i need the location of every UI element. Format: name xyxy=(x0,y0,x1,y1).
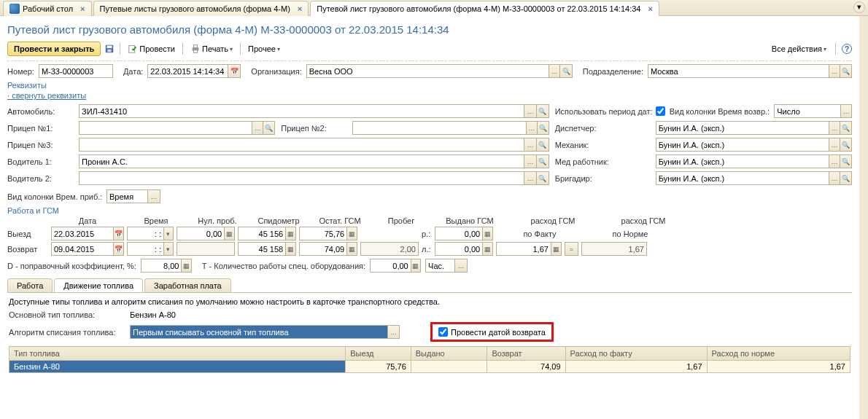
post-button[interactable]: Провести xyxy=(125,42,178,55)
open-icon[interactable]: 🔍 xyxy=(840,171,852,185)
table-row[interactable]: Бензин А-80 75,76 74,09 1,67 1,67 xyxy=(9,361,850,373)
open-icon[interactable]: 🔍 xyxy=(560,64,572,78)
open-icon[interactable]: 🔍 xyxy=(537,138,549,152)
col-type[interactable]: Тип топлива xyxy=(9,347,346,361)
select-icon[interactable]: … xyxy=(524,154,536,168)
date-input[interactable] xyxy=(147,64,228,78)
open-icon[interactable]: 🔍 xyxy=(537,154,549,168)
all-actions-button[interactable]: Все действия xyxy=(769,43,829,55)
mechanic-input[interactable] xyxy=(656,138,829,152)
d-input[interactable] xyxy=(141,259,182,273)
select-icon[interactable]: … xyxy=(829,171,840,185)
fact-input[interactable] xyxy=(496,242,551,256)
col-issued[interactable]: Выдано xyxy=(411,347,487,361)
issued-r-input[interactable] xyxy=(435,227,482,240)
print-button[interactable]: Печать xyxy=(187,42,236,55)
select-icon[interactable]: … xyxy=(524,104,536,118)
cell-fact[interactable]: 1,67 xyxy=(565,361,707,373)
depart-date-input[interactable] xyxy=(51,227,113,240)
open-icon[interactable]: 🔍 xyxy=(840,138,852,152)
select-icon[interactable]: … xyxy=(829,138,840,152)
return-date-input[interactable] xyxy=(51,242,113,256)
tab-desktop[interactable]: Рабочий стол × xyxy=(3,1,92,16)
auto-input[interactable] xyxy=(79,104,524,118)
brigadir-input[interactable] xyxy=(656,171,829,185)
cell-issued[interactable] xyxy=(411,361,487,373)
open-icon[interactable]: 🔍 xyxy=(263,121,275,135)
calc-icon[interactable]: ▦ xyxy=(224,227,235,240)
open-icon[interactable]: 🔍 xyxy=(537,171,549,185)
tab-work[interactable]: Работа xyxy=(7,278,53,292)
issued-l-input[interactable] xyxy=(435,242,482,256)
calc-icon[interactable]: ▦ xyxy=(411,259,421,273)
calc-icon[interactable]: ▦ xyxy=(346,227,357,240)
open-icon[interactable]: 🔍 xyxy=(840,154,852,168)
tab-list[interactable]: Путевые листы грузового автомобиля (форм… xyxy=(93,1,309,16)
spinner-icon[interactable]: ▾ xyxy=(163,227,174,240)
tab-document[interactable]: Путевой лист грузового автомобиля (форма… xyxy=(310,1,659,16)
return-time-input[interactable] xyxy=(127,242,163,256)
col-return-input[interactable] xyxy=(774,104,840,118)
spinner-icon[interactable]: ▾ xyxy=(163,242,174,256)
depart-time-input[interactable] xyxy=(127,227,163,240)
trailer1-input[interactable] xyxy=(79,121,252,135)
dept-input[interactable] xyxy=(648,64,829,78)
driver2-input[interactable] xyxy=(79,171,524,185)
return-date-checkbox[interactable] xyxy=(438,327,448,337)
cell-depart[interactable]: 75,76 xyxy=(346,361,411,373)
select-icon[interactable]: … xyxy=(829,121,840,135)
equals-button[interactable]: = xyxy=(565,242,578,256)
save-icon[interactable] xyxy=(104,43,115,55)
depart-speedo-input[interactable] xyxy=(238,227,285,240)
med-input[interactable] xyxy=(656,154,829,168)
calendar-icon[interactable]: 📅 xyxy=(113,242,124,256)
t-input[interactable] xyxy=(370,259,411,273)
close-icon[interactable]: × xyxy=(298,4,302,13)
select-icon[interactable]: … xyxy=(147,189,160,203)
open-icon[interactable]: 🔍 xyxy=(840,64,852,78)
calendar-icon[interactable]: 📅 xyxy=(228,64,241,78)
select-icon[interactable]: … xyxy=(829,154,840,168)
trailer3-input[interactable] xyxy=(79,138,524,152)
select-icon[interactable]: … xyxy=(524,171,536,185)
calc-icon[interactable]: ▦ xyxy=(482,242,493,256)
open-icon[interactable]: 🔍 xyxy=(840,121,852,135)
calc-icon[interactable]: ▦ xyxy=(551,242,562,256)
org-input[interactable] xyxy=(306,64,549,78)
select-icon[interactable]: … xyxy=(387,325,400,339)
select-icon[interactable]: … xyxy=(829,64,840,78)
algo-input[interactable] xyxy=(130,325,387,339)
select-icon[interactable]: … xyxy=(526,121,538,135)
col-return[interactable]: Возврат xyxy=(487,347,565,361)
calendar-icon[interactable]: 📅 xyxy=(113,227,124,240)
col-depart[interactable]: Выезд xyxy=(346,347,411,361)
driver1-input[interactable] xyxy=(79,154,524,168)
select-icon[interactable]: … xyxy=(549,64,561,78)
select-icon[interactable]: … xyxy=(840,104,852,118)
open-icon[interactable]: 🔍 xyxy=(537,104,549,118)
col-arr-input[interactable] xyxy=(106,189,147,203)
post-and-close-button[interactable]: Провести и закрыть xyxy=(7,42,101,56)
select-icon[interactable]: … xyxy=(252,121,263,135)
select-icon[interactable]: … xyxy=(524,138,536,152)
cell-return[interactable]: 74,09 xyxy=(487,361,565,373)
depart-zero-input[interactable] xyxy=(177,227,224,240)
other-button[interactable]: Прочее xyxy=(245,43,283,55)
depart-remain-input[interactable] xyxy=(299,227,346,240)
t-unit-input[interactable] xyxy=(425,259,454,273)
trailer2-input[interactable] xyxy=(352,121,525,135)
collapse-requisites-link[interactable]: свернуть реквизиты xyxy=(7,91,86,100)
tab-salary[interactable]: Заработная плата xyxy=(144,278,231,292)
cell-type[interactable]: Бензин А-80 xyxy=(9,361,346,373)
return-remain-input[interactable] xyxy=(299,242,346,256)
number-input[interactable] xyxy=(39,64,113,78)
calc-icon[interactable]: ▦ xyxy=(346,242,357,256)
close-icon[interactable]: × xyxy=(80,4,85,13)
help-icon[interactable]: ? xyxy=(842,44,852,54)
calc-icon[interactable]: ▦ xyxy=(181,259,191,273)
col-norm[interactable]: Расход по норме xyxy=(707,347,850,361)
return-speedo-input[interactable] xyxy=(238,242,285,256)
tab-fuel[interactable]: Движение топлива xyxy=(54,278,143,292)
dispatcher-input[interactable] xyxy=(656,121,829,135)
cell-norm[interactable]: 1,67 xyxy=(707,361,850,373)
